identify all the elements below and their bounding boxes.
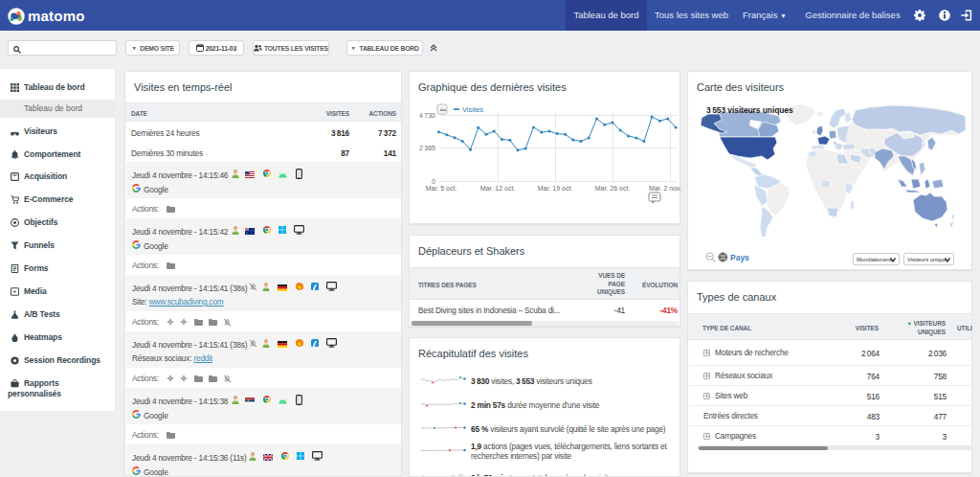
svg-text:Mar. 5 oct.: Mar. 5 oct. xyxy=(426,185,457,192)
svg-text:Mar. 2 nov.: Mar. 2 nov. xyxy=(649,185,681,192)
svg-text:Visites: Visites xyxy=(462,105,483,114)
svg-text:Mar. 19 oct.: Mar. 19 oct. xyxy=(538,185,573,192)
svg-text:2 365: 2 365 xyxy=(419,145,435,151)
svg-text:Mar. 12 oct.: Mar. 12 oct. xyxy=(480,185,516,192)
svg-text:Mar. 26 oct.: Mar. 26 oct. xyxy=(595,185,631,192)
svg-text:0: 0 xyxy=(432,178,435,185)
svg-text:4 730: 4 730 xyxy=(419,112,435,119)
